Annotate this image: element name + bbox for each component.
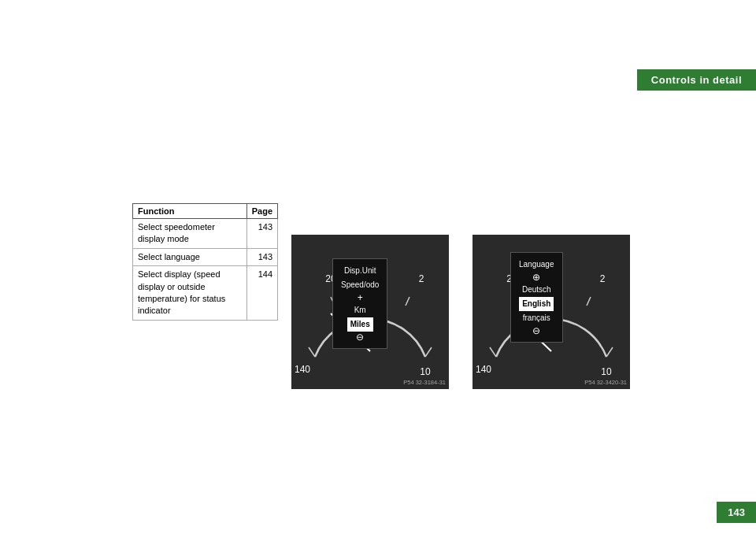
col-function-header: Function xyxy=(133,204,247,219)
english-highlight: English xyxy=(519,297,554,311)
plus-icon-right: ⊕ xyxy=(519,272,554,283)
minus-icon-right: ⊖ xyxy=(519,325,554,336)
deutsch-label: Deutsch xyxy=(519,283,554,297)
page-cell: 143 xyxy=(246,248,277,265)
km-label: Km xyxy=(341,303,379,317)
language-label: Language xyxy=(519,258,554,272)
svg-text:10: 10 xyxy=(420,366,431,377)
function-cell: Select display (speed display or outside… xyxy=(133,266,247,321)
disp-unit-overlay: Disp.Unit Speed/odo + Km Miles ⊖ xyxy=(332,258,387,349)
svg-text:140: 140 xyxy=(476,364,491,375)
disp-unit-label: Disp.Unit xyxy=(341,264,379,278)
table-row: Select speedometer display mode 143 xyxy=(133,219,278,249)
francais-label: français xyxy=(519,311,554,325)
table-row: Select language 143 xyxy=(133,248,278,265)
svg-text:2: 2 xyxy=(600,273,606,284)
function-cell: Select speedometer display mode xyxy=(133,219,247,249)
language-overlay: Language ⊕ Deutsch English français ⊖ xyxy=(510,252,563,343)
speed-odo-label: Speed/odo xyxy=(341,278,379,292)
page-number: 143 xyxy=(717,502,756,523)
plus-icon-left: + xyxy=(341,292,379,303)
photo-ref-right: P54 32-3420-31 xyxy=(584,379,627,386)
function-cell: Select language xyxy=(133,248,247,265)
svg-text:10: 10 xyxy=(601,366,612,377)
minus-icon-left: ⊖ xyxy=(341,332,379,343)
speedo-right: 140 2 10 20 Language ⊕ Deutsch English f… xyxy=(472,235,630,389)
page-cell: 143 xyxy=(246,219,277,249)
section-banner: Controls in detail xyxy=(637,69,756,91)
svg-text:140: 140 xyxy=(295,364,310,375)
col-page-header: Page xyxy=(246,204,277,219)
miles-highlight: Miles xyxy=(347,317,373,332)
page-cell: 144 xyxy=(246,266,277,321)
speedo-left: 140 2 10 20 Disp.Unit Speed/odo + Km Mil… xyxy=(291,235,449,389)
svg-text:2: 2 xyxy=(419,273,424,284)
photo-ref-left: P54 32-3184-31 xyxy=(403,379,446,386)
function-table: Function Page Select speedometer display… xyxy=(132,203,278,321)
table-row: Select display (speed display or outside… xyxy=(133,266,278,321)
